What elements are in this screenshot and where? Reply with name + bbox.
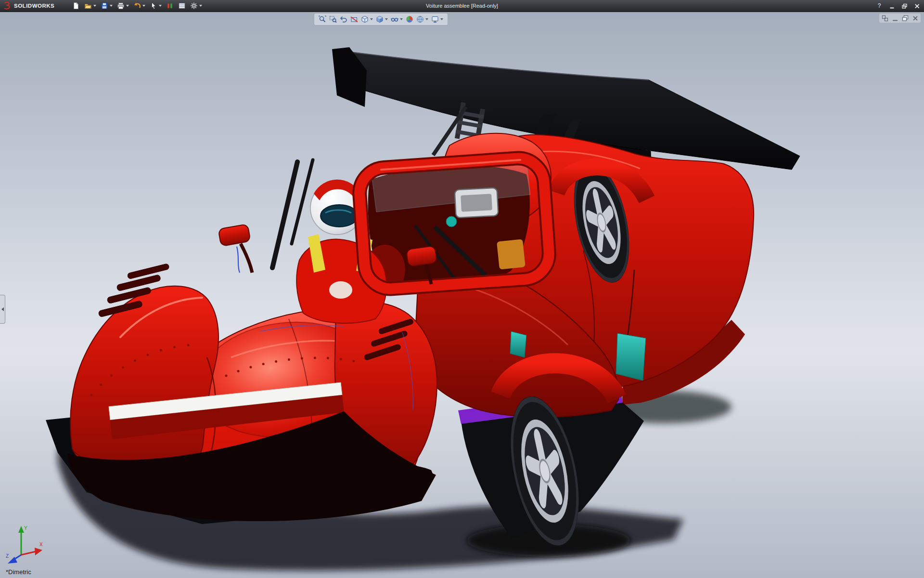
save-icon xyxy=(101,2,108,10)
view-orientation-label: *Dimetric xyxy=(6,568,31,576)
zoom-to-area-button[interactable] xyxy=(328,14,338,24)
selection-filter-button[interactable] xyxy=(165,1,175,11)
previous-view-button[interactable] xyxy=(339,14,348,24)
graphics-area[interactable]: Y X Z *Dimetric xyxy=(0,12,924,578)
zoom-to-fit-icon xyxy=(319,15,326,23)
window-controls: ? xyxy=(874,0,922,12)
chevron-down-icon xyxy=(425,18,428,20)
restore-icon xyxy=(902,3,907,9)
view-orientation-button[interactable] xyxy=(360,14,374,24)
doc-minimize-button[interactable] xyxy=(891,14,898,22)
minimize-icon xyxy=(889,3,895,9)
doc-minimize-icon xyxy=(892,15,898,22)
undo-icon xyxy=(133,2,141,10)
doc-close-icon xyxy=(912,15,919,22)
help-button[interactable]: ? xyxy=(874,1,885,10)
undo-button[interactable] xyxy=(132,1,147,11)
apply-scene-button[interactable] xyxy=(415,14,429,24)
open-folder-icon xyxy=(84,2,92,10)
helmet-visor xyxy=(321,205,358,227)
chevron-down-icon xyxy=(93,5,96,7)
titlebar-toolbar xyxy=(71,1,204,11)
titlebar: SOLIDWORKS Voiture assemblee [Read-only]… xyxy=(0,0,924,12)
tile-windows-icon xyxy=(882,15,888,22)
selection-filter-icon xyxy=(166,2,174,10)
design-grid-icon xyxy=(178,2,186,10)
display-style-button[interactable] xyxy=(375,14,389,24)
triad-z-label: Z xyxy=(6,553,9,559)
restore-button[interactable] xyxy=(899,1,910,10)
solidworks-window: SOLIDWORKS Voiture assemblee [Read-only]… xyxy=(0,0,924,578)
apply-scene-icon xyxy=(416,15,424,23)
chevron-down-icon xyxy=(142,5,145,7)
doc-restore-button[interactable] xyxy=(901,14,909,22)
interior-orange-right xyxy=(497,239,526,269)
app-logo: SOLIDWORKS xyxy=(0,1,59,10)
doc-close-button[interactable] xyxy=(911,14,919,22)
featuremanager-collapsed-tab[interactable] xyxy=(0,295,5,324)
front-left-fender xyxy=(70,286,218,473)
print-icon xyxy=(117,2,125,10)
side-window-teal xyxy=(510,331,526,357)
chevron-down-icon xyxy=(199,5,202,7)
design-grid-button[interactable] xyxy=(177,1,187,11)
chevron-down-icon xyxy=(400,18,403,20)
view-settings-button[interactable] xyxy=(430,14,444,24)
edit-appearance-button[interactable] xyxy=(405,14,414,24)
app-name: SOLIDWORKS xyxy=(14,3,54,9)
chevron-down-icon xyxy=(110,5,113,7)
hide-show-items-icon xyxy=(391,15,398,23)
chevron-down-icon xyxy=(440,18,443,20)
solidworks-logo-icon xyxy=(3,1,12,10)
document-window-controls xyxy=(879,13,921,23)
tile-windows-button[interactable] xyxy=(881,14,888,22)
section-view-button[interactable] xyxy=(349,14,359,24)
chevron-down-icon xyxy=(370,18,373,20)
chevron-left-icon xyxy=(1,307,4,311)
viewport-canvas[interactable] xyxy=(0,12,924,578)
open-button[interactable] xyxy=(83,1,98,11)
new-document-button[interactable] xyxy=(71,1,81,11)
zoom-to-fit-button[interactable] xyxy=(318,14,327,24)
chevron-down-icon xyxy=(159,5,162,7)
zoom-to-area-icon xyxy=(329,15,337,23)
print-button[interactable] xyxy=(116,1,130,11)
save-button[interactable] xyxy=(99,1,114,11)
triad-y-label: Y xyxy=(24,525,27,531)
reference-triad: Y X Z xyxy=(5,524,46,565)
options-button[interactable] xyxy=(189,1,204,11)
select-cursor-icon xyxy=(150,2,157,10)
select-button[interactable] xyxy=(148,1,163,11)
new-document-icon xyxy=(72,2,80,10)
window-title: Voiture assemblee [Read-only] xyxy=(426,3,498,9)
view-settings-icon xyxy=(431,15,439,23)
chevron-down-icon xyxy=(385,18,388,20)
close-button[interactable] xyxy=(911,1,922,10)
chevron-down-icon xyxy=(126,5,129,7)
hide-show-items-button[interactable] xyxy=(390,14,404,24)
minimize-button[interactable] xyxy=(886,1,897,10)
teal-roundel xyxy=(446,216,457,227)
heads-up-view-toolbar xyxy=(314,13,448,26)
display-style-icon xyxy=(376,15,384,23)
doc-restore-icon xyxy=(902,15,909,22)
section-view-icon xyxy=(350,15,358,23)
previous-view-icon xyxy=(340,15,347,23)
rearview-mirror[interactable] xyxy=(455,188,499,218)
close-icon xyxy=(914,3,920,9)
view-orientation-icon xyxy=(361,15,369,23)
door-window-teal xyxy=(616,333,646,381)
triad-x-label: X xyxy=(39,542,43,547)
edit-appearance-icon xyxy=(406,15,413,23)
gear-icon xyxy=(190,2,198,10)
